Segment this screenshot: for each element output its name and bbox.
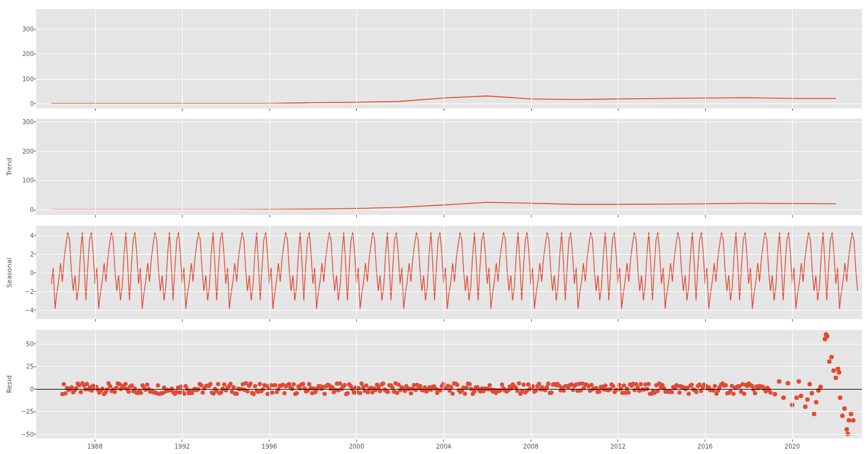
svg-point-302 [526,382,530,387]
svg-point-91 [201,391,205,395]
svg-point-470 [807,382,812,387]
svg-point-309 [537,382,541,386]
svg-point-180 [338,382,342,386]
svg-point-479 [827,359,832,364]
svg-point-101 [216,382,220,386]
svg-point-206 [378,389,382,393]
svg-point-411 [694,390,699,394]
svg-point-299 [521,382,526,387]
svg-point-138 [273,383,277,387]
svg-point-264 [468,382,472,386]
ylabel-seasonal: Seasonal [5,258,13,288]
svg-point-185 [345,391,350,396]
svg-point-414 [699,389,703,393]
svg-point-380 [647,382,651,386]
svg-point-484 [837,370,841,375]
svg-point-140 [276,387,280,391]
svg-point-2 [63,391,68,396]
svg-point-62 [156,383,160,387]
svg-point-144 [282,391,286,396]
svg-point-400 [678,391,682,395]
svg-point-261 [463,392,467,396]
svg-point-367 [626,391,631,395]
svg-point-478 [825,334,829,339]
svg-point-45 [130,384,134,388]
svg-point-471 [810,391,814,396]
svg-point-103 [219,390,224,394]
svg-point-449 [753,391,757,396]
svg-point-317 [549,391,553,395]
svg-point-487 [842,406,847,411]
decomposition-figure: 0100200300 Trend 0100200300 Seasonal −4−… [3,3,868,454]
svg-point-448 [752,387,756,391]
svg-point-468 [803,405,808,409]
ylabel-resid: Resid [5,375,13,393]
svg-point-357 [611,384,615,388]
svg-point-460 [773,392,778,397]
trend-panel: Trend 0100200300 [36,119,862,215]
svg-point-1 [61,382,66,386]
svg-point-193 [358,391,362,395]
resid-panel: Resid −50−250255019881992199620002004200… [36,330,862,438]
ylabel-trend: Trend [5,158,13,176]
svg-point-461 [777,379,782,384]
svg-point-462 [781,396,786,400]
svg-point-490 [847,418,852,423]
svg-point-16 [85,382,89,386]
svg-point-481 [831,368,836,373]
svg-point-120 [245,389,250,393]
svg-point-183 [342,383,347,387]
svg-point-465 [794,396,799,400]
svg-point-125 [253,384,257,388]
svg-point-435 [731,391,735,396]
svg-point-31 [108,384,112,388]
svg-point-170 [322,392,327,396]
svg-point-124 [251,392,256,396]
trend-line [36,119,862,215]
svg-point-96 [209,382,213,386]
svg-point-109 [228,382,233,386]
svg-point-43 [127,390,131,394]
svg-point-423 [713,384,717,388]
svg-point-35 [115,386,119,390]
svg-point-211 [386,390,390,394]
svg-point-473 [814,400,819,405]
plot-area: 0100200300 [36,119,862,215]
svg-point-197 [364,384,368,388]
svg-point-296 [517,381,521,385]
svg-point-55 [145,382,149,387]
svg-point-466 [796,379,801,384]
svg-point-406 [687,392,691,396]
svg-point-459 [769,391,773,395]
svg-point-277 [488,383,492,387]
svg-point-113 [234,391,239,396]
svg-point-492 [851,418,856,423]
svg-point-256 [455,383,459,387]
svg-point-130 [261,387,265,391]
svg-point-442 [742,392,746,396]
svg-point-160 [307,382,311,387]
svg-point-364 [622,384,626,388]
svg-point-51 [139,391,143,395]
svg-point-491 [849,412,854,417]
svg-point-352 [603,384,608,388]
svg-point-430 [724,383,728,387]
observed-panel: 0100200300 [36,9,862,108]
svg-point-348 [597,390,602,394]
svg-point-12 [79,390,83,394]
svg-point-395 [670,390,674,394]
svg-point-226 [409,391,413,396]
svg-point-267 [472,389,476,393]
svg-point-469 [805,397,810,402]
svg-point-29 [105,387,109,391]
svg-point-88 [196,387,200,391]
svg-point-386 [656,389,660,393]
svg-point-343 [590,383,594,387]
seasonal-panel: Seasonal −4−2024 [36,226,862,319]
svg-point-105 [222,382,227,387]
svg-point-208 [381,382,385,386]
svg-point-150 [292,382,296,387]
svg-point-41 [124,382,128,386]
svg-point-128 [258,382,262,386]
svg-point-305 [531,384,535,388]
